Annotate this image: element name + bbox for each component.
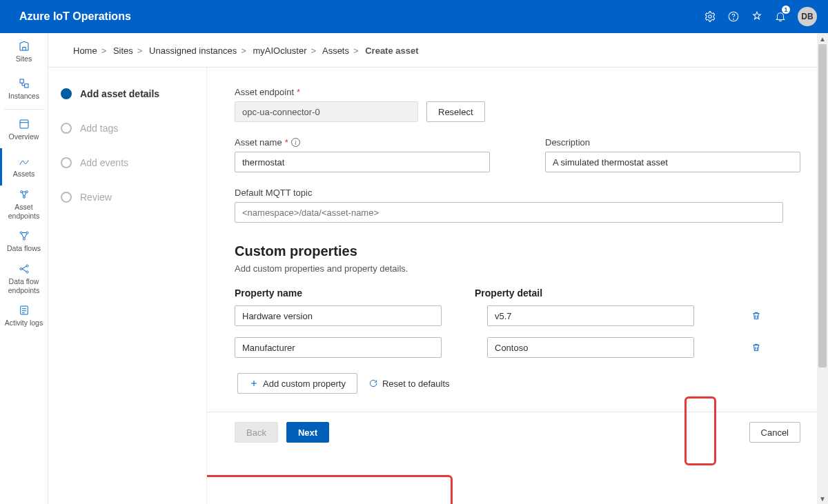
nav-label: Overview	[9, 132, 39, 141]
svg-point-8	[23, 196, 25, 199]
breadcrumb-link[interactable]: Unassigned instances	[149, 46, 237, 56]
custom-properties-subtitle: Add custom properties and property detai…	[235, 263, 800, 274]
nav-activity-logs[interactable]: Activity logs	[0, 297, 48, 334]
breadcrumb-link[interactable]: Home	[73, 46, 97, 56]
assetname-field[interactable]	[235, 152, 490, 172]
svg-rect-4	[24, 84, 28, 88]
reset-defaults-button[interactable]: Reset to defaults	[367, 373, 451, 394]
nav-sites[interactable]: Sites	[0, 33, 48, 70]
delete-property-button[interactable]	[747, 338, 766, 357]
property-name-field[interactable]	[235, 337, 442, 358]
nav-asset-endpoints[interactable]: Asset endpoints	[0, 185, 48, 223]
mqtt-field[interactable]	[235, 202, 783, 223]
description-field[interactable]	[545, 152, 800, 172]
top-header: Azure IoT Operations 1 DB	[0, 0, 828, 33]
custom-properties-title: Custom properties	[235, 243, 800, 259]
asset-form: Asset endpoint * Reselect Asset name * i…	[207, 68, 828, 412]
property-detail-field[interactable]	[487, 337, 694, 358]
step-dot-icon	[61, 192, 72, 203]
next-button[interactable]: Next	[286, 422, 329, 443]
notifications-icon[interactable]: 1	[769, 0, 792, 33]
delete-property-button[interactable]	[747, 306, 766, 325]
svg-point-11	[23, 238, 25, 240]
feedback-icon[interactable]	[745, 0, 769, 33]
nav-label: Instances	[8, 92, 39, 100]
settings-icon[interactable]	[698, 0, 722, 33]
step-label: Add tags	[80, 123, 118, 134]
left-nav: Sites Instances Overview Assets Asset en…	[0, 33, 48, 504]
svg-point-2	[733, 19, 734, 19]
svg-point-12	[20, 268, 22, 270]
nav-assets[interactable]: Assets	[0, 148, 48, 185]
annotation-highlight	[207, 475, 453, 504]
breadcrumb: Home> Sites> Unassigned instances> myAIO…	[48, 33, 828, 68]
user-avatar[interactable]: DB	[798, 7, 817, 26]
nav-dataflow-endpoints[interactable]: Data flow endpoints	[0, 260, 48, 297]
scrollbar[interactable]: ▲ ▼	[817, 33, 828, 504]
description-label: Description	[545, 137, 800, 148]
nav-label: Data flow endpoints	[1, 277, 46, 294]
scroll-down-icon[interactable]: ▼	[817, 493, 828, 504]
nav-label: Sites	[16, 54, 32, 63]
svg-rect-5	[20, 120, 28, 128]
endpoint-label: Asset endpoint *	[235, 87, 800, 97]
breadcrumb-link[interactable]: Assets	[322, 46, 349, 56]
property-headers: Property name Property detail	[235, 288, 800, 299]
property-detail-field[interactable]	[487, 305, 694, 326]
nav-overview[interactable]: Overview	[0, 111, 48, 148]
breadcrumb-current: Create asset	[365, 46, 418, 56]
endpoint-field	[235, 101, 418, 122]
step-label: Add asset details	[80, 88, 159, 99]
step-label: Review	[80, 192, 112, 203]
prop-name-header: Property name	[235, 288, 475, 299]
nav-label: Activity logs	[5, 319, 43, 327]
scroll-thumb[interactable]	[818, 44, 827, 367]
wizard-footer: Back Next Cancel	[207, 412, 828, 452]
property-row	[235, 337, 800, 358]
property-name-field[interactable]	[235, 305, 442, 326]
cancel-button[interactable]: Cancel	[749, 422, 800, 443]
svg-point-14	[26, 271, 28, 273]
mqtt-label: Default MQTT topic	[235, 188, 800, 198]
add-custom-property-button[interactable]: Add custom property	[237, 373, 357, 394]
step-add-tags[interactable]: Add tags	[61, 123, 194, 134]
breadcrumb-link[interactable]: Sites	[113, 46, 133, 56]
svg-point-0	[709, 15, 712, 19]
nav-label: Data flows	[7, 244, 41, 252]
step-review[interactable]: Review	[61, 192, 194, 203]
scroll-up-icon[interactable]: ▲	[817, 33, 828, 44]
step-add-events[interactable]: Add events	[61, 157, 194, 168]
svg-point-6	[20, 191, 22, 193]
back-button: Back	[235, 422, 278, 443]
nav-label: Assets	[13, 170, 35, 178]
nav-label: Asset endpoints	[1, 203, 46, 219]
svg-point-13	[26, 265, 28, 267]
nav-data-flows[interactable]: Data flows	[0, 223, 48, 260]
svg-point-7	[26, 191, 28, 193]
svg-point-9	[20, 232, 22, 234]
svg-point-10	[26, 232, 28, 234]
help-icon[interactable]	[722, 0, 745, 33]
step-dot-icon	[61, 157, 72, 168]
nav-instances[interactable]: Instances	[0, 70, 48, 108]
notification-badge: 1	[782, 6, 790, 14]
breadcrumb-link[interactable]: myAIOcluster	[253, 46, 306, 56]
property-row	[235, 305, 800, 326]
step-add-details[interactable]: Add asset details	[61, 88, 194, 99]
info-icon[interactable]: i	[291, 138, 300, 147]
reselect-button[interactable]: Reselect	[426, 101, 485, 122]
main-content: Home> Sites> Unassigned instances> myAIO…	[48, 33, 828, 504]
step-label: Add events	[80, 157, 128, 168]
assetname-label: Asset name * i	[235, 137, 490, 148]
step-dot-icon	[61, 123, 72, 134]
wizard-steps: Add asset details Add tags Add events Re…	[48, 68, 207, 504]
svg-rect-3	[20, 79, 23, 83]
app-title: Azure IoT Operations	[19, 10, 131, 23]
prop-detail-header: Property detail	[475, 288, 542, 299]
step-dot-icon	[61, 88, 72, 99]
